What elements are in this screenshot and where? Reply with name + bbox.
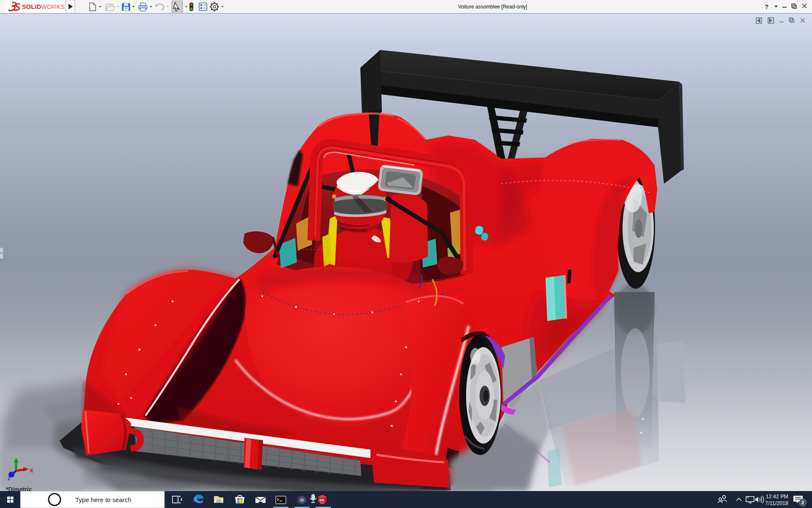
svg-text:12:42 PM: 12:42 PM [765,494,788,500]
svg-text:Type here to search: Type here to search [75,496,132,503]
svg-text:SOLIDWORKS: SOLIDWORKS [22,3,65,10]
svg-text:2: 2 [801,500,804,505]
svg-text:SW: SW [319,499,324,502]
svg-text:X: X [30,467,33,474]
svg-text:2017: 2017 [320,502,325,504]
svg-text:Z: Z [8,476,11,481]
svg-text:7/11/2018: 7/11/2018 [765,500,788,506]
svg-text:?: ? [765,3,768,10]
